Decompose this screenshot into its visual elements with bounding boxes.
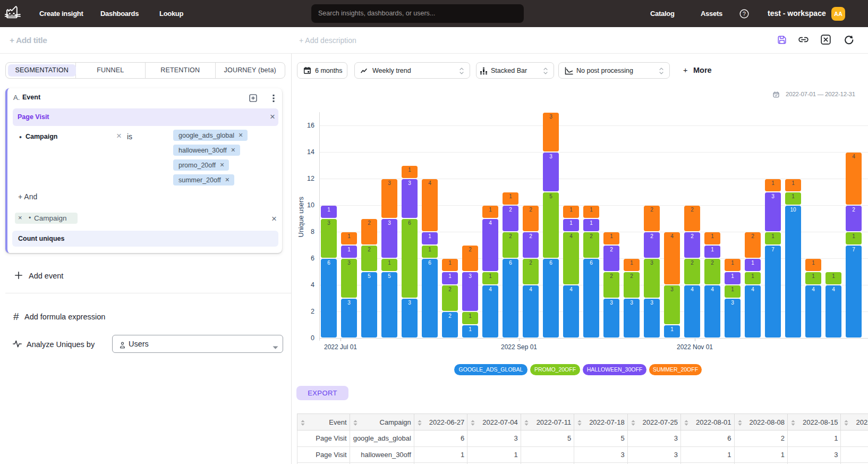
svg-text:?: ? — [743, 11, 746, 17]
